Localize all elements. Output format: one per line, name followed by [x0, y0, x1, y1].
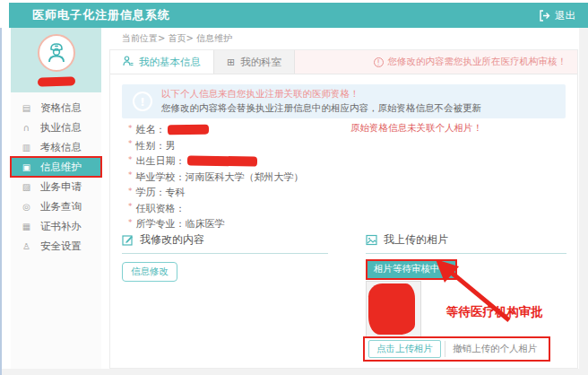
photo-review-status-badge: 相片等待审核中！	[366, 259, 457, 280]
notice-line1: 以下个人信息来自您执业注册关联的医师资格！	[161, 88, 481, 100]
revoke-photo-button[interactable]: 撤销上传的个人相片	[445, 341, 545, 357]
field-name: * 姓名：	[128, 122, 304, 138]
sidebar: ▤ 资格信息 ∩ 执业信息 ▥ 考核信息 ▣ 信息维护 ▨ 业务申请 ◎ 业务查…	[11, 28, 101, 369]
document-icon: ▤	[21, 103, 32, 113]
field-gender: * 性别： 男	[128, 138, 304, 154]
personal-fields: * 姓名： * 性别： 男 * 出生日期： * 毕业学校： 河南医科大学（郑州大…	[128, 122, 304, 232]
required-marker: *	[128, 139, 133, 148]
id-card-icon: ▣	[21, 162, 32, 172]
sidebar-item-security-settings[interactable]: ♙ 安全设置	[11, 236, 101, 256]
sidebar-item-business-application[interactable]: ▨ 业务申请	[11, 177, 101, 196]
exclamation-circle-icon: !	[133, 92, 152, 111]
edit-icon: ▨	[21, 182, 32, 192]
photo-redaction	[368, 283, 415, 335]
info-edit-button[interactable]: 信息修改	[122, 262, 177, 282]
warning-circle-icon: !	[374, 57, 384, 67]
field-birthdate: * 出生日期：	[128, 153, 304, 170]
headset-icon: ∩	[21, 123, 32, 133]
sidebar-item-practice-info[interactable]: ∩ 执业信息	[11, 118, 101, 137]
plus-square-icon: ⊞	[227, 57, 235, 68]
photo-buttons-annotation-box: 点击上传相片 撤销上传的个人相片	[363, 336, 550, 362]
required-marker: *	[128, 155, 133, 164]
required-marker: *	[128, 218, 133, 227]
app-header: 医师电子化注册信息系统 退出	[9, 3, 588, 28]
image-icon	[366, 234, 377, 246]
upload-photo-button[interactable]: 点击上传相片	[368, 340, 441, 358]
no-photo-note: 原始资格信息未关联个人相片！	[350, 122, 482, 135]
edit-square-icon	[122, 234, 134, 246]
approval-annotation: 等待医疗机构审批	[446, 304, 543, 320]
required-marker: *	[128, 170, 133, 179]
window-edge-left	[0, 28, 2, 375]
main-panel: 我的基本信息 ⊞ 我的科室 ! 您修改的内容需您执业所在医疗机构审核！ ! 以下…	[109, 49, 578, 369]
clipboard-icon: ▥	[21, 143, 32, 153]
field-title-qualification: * 任职资格：	[128, 201, 304, 217]
breadcrumb: 当前位置> 首页> 信息维护	[122, 32, 232, 45]
logout-label: 退出	[555, 9, 575, 22]
doctor-icon	[45, 41, 68, 65]
required-marker: *	[128, 187, 133, 196]
sidebar-item-qualification-info[interactable]: ▤ 资格信息	[11, 98, 101, 118]
user-profile-block	[11, 28, 101, 92]
sidebar-menu: ▤ 资格信息 ∩ 执业信息 ▥ 考核信息 ▣ 信息维护 ▨ 业务申请 ◎ 业务查…	[11, 92, 101, 256]
tab-my-basic-info[interactable]: 我的基本信息	[110, 50, 213, 74]
sidebar-item-business-query[interactable]: ◎ 业务查询	[11, 196, 101, 216]
tab-my-department[interactable]: ⊞ 我的科室	[213, 50, 295, 74]
sidebar-item-info-maintenance[interactable]: ▣ 信息维护	[11, 157, 101, 177]
required-marker: *	[128, 124, 133, 133]
field-education: * 学历： 专科	[128, 185, 304, 201]
sidebar-item-certificate-reissue[interactable]: ▦ 证书补办	[11, 216, 101, 236]
window-edge-right	[579, 28, 588, 375]
modified-content-title: 我修改的内容	[122, 232, 328, 254]
uploaded-photo-section: 我上传的相片 相片等待审核中！ 等待医疗机构审批 点击上传相片 撤销上传的个人相…	[366, 232, 566, 362]
info-notice: ! 以下个人信息来自您执业注册关联的医师资格！ 您修改的内容将会替换执业注册信息…	[122, 84, 566, 118]
app-title: 医师电子化注册信息系统	[32, 7, 170, 23]
sidebar-item-assessment-info[interactable]: ▥ 考核信息	[11, 137, 101, 157]
book-icon: ▦	[21, 222, 32, 231]
birthdate-redaction	[186, 156, 256, 167]
person-icon: ♙	[21, 241, 32, 251]
window-edge-bottom	[2, 369, 588, 375]
logout-button[interactable]: 退出	[539, 9, 575, 22]
tab-bar: 我的基本信息 ⊞ 我的科室 ! 您修改的内容需您执业所在医疗机构审核！	[110, 50, 577, 74]
review-warning: ! 您修改的内容需您执业所在医疗机构审核！	[374, 50, 578, 74]
field-school: * 毕业学校： 河南医科大学（郑州大学）	[128, 170, 304, 186]
app-window: 医师电子化注册信息系统 退出 ▤ 资格信息	[0, 0, 588, 375]
notice-line2: 您修改的内容将会替换执业注册信息中的相应内容，原始资格信息不会被更新	[161, 102, 481, 115]
user-name-redaction	[37, 76, 74, 86]
logout-icon	[539, 10, 550, 22]
required-marker: *	[128, 202, 133, 211]
name-redaction	[167, 125, 208, 135]
avatar	[38, 34, 75, 72]
field-major: * 所学专业： 临床医学	[128, 216, 304, 232]
modified-content-section: 我修改的内容 信息修改	[122, 232, 328, 282]
search-icon: ◎	[21, 202, 32, 212]
uploaded-photo-title: 我上传的相片	[366, 232, 566, 254]
uploaded-photo	[366, 281, 421, 344]
person-list-icon	[123, 56, 134, 69]
